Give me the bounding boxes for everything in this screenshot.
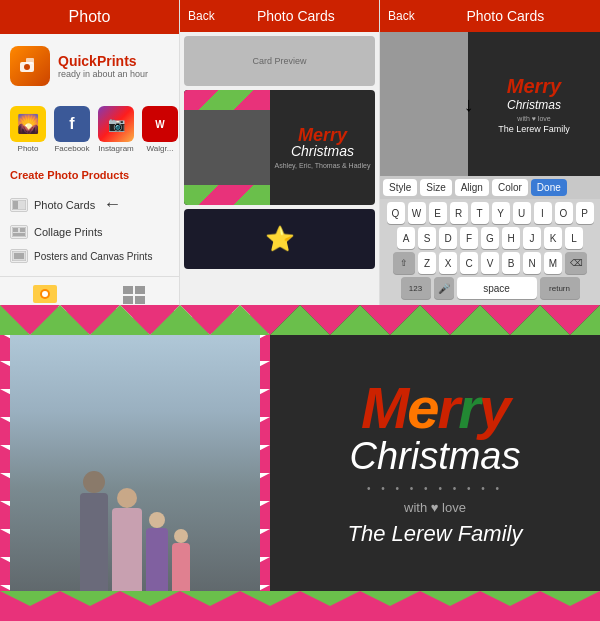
svg-point-13 [42, 291, 48, 297]
card-item-1[interactable]: Card Preview [184, 36, 375, 86]
key-o[interactable]: O [555, 202, 573, 224]
social-facebook[interactable]: f Facebook [54, 106, 90, 153]
facebook-label: Facebook [54, 144, 89, 153]
key-h[interactable]: H [502, 227, 520, 249]
panel-cards: Back Photo Cards Card Preview [180, 0, 380, 305]
edit-header: Back Photo Cards [380, 0, 600, 32]
done-button[interactable]: Done [531, 179, 567, 196]
key-p[interactable]: P [576, 202, 594, 224]
key-b[interactable]: B [502, 252, 520, 274]
photo-header-label: Photo [69, 8, 111, 25]
key-d[interactable]: D [439, 227, 457, 249]
menu-photo-cards[interactable]: Photo Cards ← [10, 189, 169, 220]
color-button[interactable]: Color [492, 179, 528, 196]
edit-preview: Merry Christmas with ♥ love The Lerew Fa… [380, 32, 600, 176]
merry-text: Merry [361, 379, 509, 437]
key-j[interactable]: J [523, 227, 541, 249]
social-icons-row: 🌄 Photo f Facebook 📷 Instagram W Walgr..… [0, 98, 179, 161]
card-item-2[interactable]: Merry Christmas Ashley, Eric, Thomas & H… [184, 90, 375, 205]
walgreens-label: Walgr... [147, 144, 174, 153]
svg-rect-4 [13, 201, 18, 209]
key-a[interactable]: A [397, 227, 415, 249]
cards-title: Photo Cards [221, 8, 371, 24]
key-m[interactable]: M [544, 252, 562, 274]
svg-point-1 [24, 64, 30, 70]
family-silhouette [10, 333, 260, 593]
logo-subtitle: ready in about an hour [58, 69, 148, 79]
key-s[interactable]: S [418, 227, 436, 249]
menu-posters[interactable]: Posters and Canvas Prints [10, 244, 169, 268]
instagram-label: Instagram [98, 144, 134, 153]
photo-header: Photo [0, 0, 179, 34]
keyboard-row-3: ⇧ Z X C V B N M ⌫ [383, 252, 597, 274]
social-walgreens[interactable]: W Walgr... [142, 106, 178, 153]
edit-back-button[interactable]: Back [388, 9, 415, 23]
key-y[interactable]: Y [492, 202, 510, 224]
key-w[interactable]: W [408, 202, 426, 224]
logo-text: QuickPrints ready in about an hour [58, 53, 148, 79]
keyboard-area: Q W E R T Y U I O P A S D F G [380, 199, 600, 305]
logo-title: QuickPrints [58, 53, 148, 69]
key-v[interactable]: V [481, 252, 499, 274]
key-shift[interactable]: ⇧ [393, 252, 415, 274]
collage-prints-icon [10, 225, 28, 239]
card-item-3[interactable]: ⭐ [184, 209, 375, 269]
social-photo[interactable]: 🌄 Photo [10, 106, 46, 153]
key-c[interactable]: C [460, 252, 478, 274]
posters-label: Posters and Canvas Prints [34, 251, 152, 262]
style-button[interactable]: Style [383, 179, 417, 196]
svg-rect-8 [13, 233, 25, 236]
key-k[interactable]: K [544, 227, 562, 249]
key-numbers[interactable]: 123 [401, 277, 431, 299]
key-x[interactable]: X [439, 252, 457, 274]
key-return[interactable]: return [540, 277, 580, 299]
svg-rect-7 [20, 228, 25, 232]
facebook-icon: f [54, 106, 90, 142]
photo-cards-arrow: ← [103, 194, 121, 215]
quickprints-logo: QuickPrints ready in about an hour [0, 34, 179, 98]
key-r[interactable]: R [450, 202, 468, 224]
key-e[interactable]: E [429, 202, 447, 224]
menu-collage-prints[interactable]: Collage Prints [10, 220, 169, 244]
key-i[interactable]: I [534, 202, 552, 224]
svg-rect-26 [0, 591, 600, 621]
card-text-area: Merry Christmas • • • • • • • • • • with… [270, 305, 600, 621]
panel-photo: Photo QuickPrints ready in about an hour [0, 0, 180, 305]
edit-title: Photo Cards [419, 8, 592, 24]
svg-rect-17 [135, 296, 145, 304]
key-space[interactable]: space [457, 277, 537, 299]
social-instagram[interactable]: 📷 Instagram [98, 106, 134, 153]
photo-icon: 🌄 [10, 106, 46, 142]
cards-header: Back Photo Cards [180, 0, 379, 32]
keyboard-row-1: Q W E R T Y U I O P [383, 202, 597, 224]
key-f[interactable]: F [460, 227, 478, 249]
instagram-icon: 📷 [98, 106, 134, 142]
key-u[interactable]: U [513, 202, 531, 224]
key-g[interactable]: G [481, 227, 499, 249]
bottom-panel: Merry Christmas • • • • • • • • • • with… [0, 305, 600, 621]
key-t[interactable]: T [471, 202, 489, 224]
key-delete[interactable]: ⌫ [565, 252, 587, 274]
collage-prints-label: Collage Prints [34, 226, 102, 238]
size-button[interactable]: Size [420, 179, 451, 196]
key-l[interactable]: L [565, 227, 583, 249]
svg-rect-14 [123, 286, 133, 294]
photo-cards-icon [10, 198, 28, 212]
align-button[interactable]: Align [455, 179, 489, 196]
key-n[interactable]: N [523, 252, 541, 274]
photo-label: Photo [18, 144, 39, 153]
keyboard-row-2: A S D F G H J K L [383, 227, 597, 249]
family-photo [0, 305, 270, 621]
top-row: Photo QuickPrints ready in about an hour [0, 0, 600, 305]
photo-cards-label: Photo Cards [34, 199, 95, 211]
key-mic[interactable]: 🎤 [434, 277, 454, 299]
key-q[interactable]: Q [387, 202, 405, 224]
panel-edit: Back Photo Cards Merry Christmas with ♥ … [380, 0, 600, 305]
create-section: Create Photo Products Photo Cards ← Coll… [0, 161, 179, 276]
key-z[interactable]: Z [418, 252, 436, 274]
dots-divider: • • • • • • • • • • [367, 483, 503, 494]
walgreens-icon: W [142, 106, 178, 142]
cards-back-button[interactable]: Back [188, 9, 215, 23]
svg-rect-16 [123, 296, 133, 304]
svg-rect-2 [26, 58, 34, 64]
